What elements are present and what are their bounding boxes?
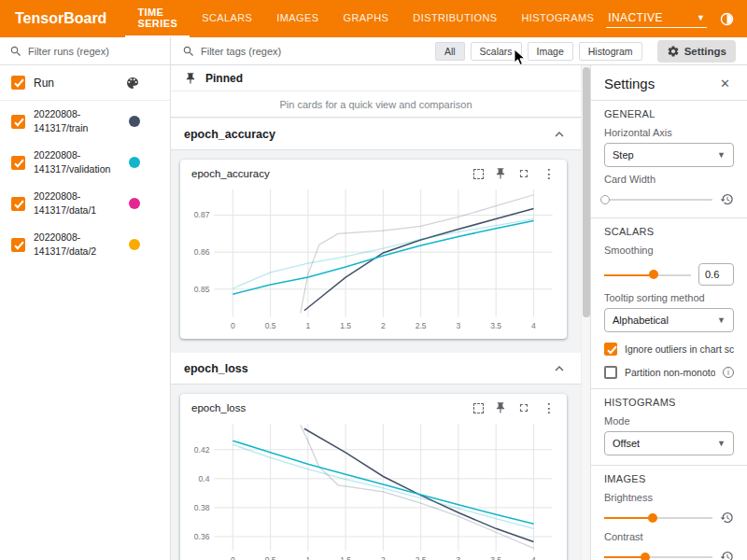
run-name: 20220808-141317/validation xyxy=(34,148,120,175)
select-value: Step xyxy=(613,149,634,161)
svg-text:1: 1 xyxy=(305,321,310,330)
svg-text:2.5: 2.5 xyxy=(416,321,427,330)
contrast-slider[interactable] xyxy=(604,551,712,560)
smoothing-value-input[interactable]: 0.6 xyxy=(698,263,734,286)
more-options-icon[interactable]: ⋮ xyxy=(541,167,557,180)
run-row-train[interactable]: 20220808-141317/train xyxy=(0,101,170,142)
svg-text:0.38: 0.38 xyxy=(194,503,210,512)
section-heading: IMAGES xyxy=(604,473,734,484)
card-width-slider[interactable] xyxy=(604,193,712,205)
svg-text:4: 4 xyxy=(531,321,536,330)
tab-histograms[interactable]: HISTOGRAMS xyxy=(510,0,607,37)
info-icon[interactable]: i xyxy=(723,367,734,378)
card-width-label: Card Width xyxy=(604,174,734,185)
main-scrollbar[interactable] xyxy=(581,65,590,560)
reset-icon[interactable] xyxy=(720,192,734,206)
ignore-outliers-checkbox[interactable] xyxy=(604,343,617,356)
reload-status-dropdown[interactable]: INACTIVE ▼ xyxy=(606,9,707,28)
tags-filter-input[interactable] xyxy=(201,46,430,57)
card-width-row xyxy=(604,192,734,206)
partition-x-axis-checkbox[interactable] xyxy=(604,366,617,379)
settings-button[interactable]: Settings xyxy=(657,40,736,63)
svg-text:0: 0 xyxy=(231,321,235,330)
tab-graphs[interactable]: GRAPHS xyxy=(331,0,401,37)
svg-text:0.86: 0.86 xyxy=(194,247,210,257)
svg-text:0.36: 0.36 xyxy=(194,532,210,541)
svg-text:1: 1 xyxy=(305,555,310,560)
reset-icon[interactable] xyxy=(720,511,734,525)
fit-domain-icon[interactable] xyxy=(473,403,484,413)
pinned-empty-text: Pin cards for a quick view and compariso… xyxy=(279,99,472,110)
pinned-title: Pinned xyxy=(205,72,243,85)
more-options-icon[interactable]: ⋮ xyxy=(541,401,557,414)
close-icon[interactable]: ✕ xyxy=(716,75,734,92)
chevron-down-icon: ▼ xyxy=(697,13,705,22)
section-header-epoch-accuracy[interactable]: epoch_accuracy xyxy=(171,119,581,150)
svg-text:4: 4 xyxy=(531,555,536,560)
chevron-up-icon[interactable] xyxy=(551,126,568,143)
histogram-mode-select[interactable]: Offset ▼ xyxy=(604,431,734,455)
pin-icon xyxy=(184,72,197,85)
run-row-data-1[interactable]: 20220808-141317/data/1 xyxy=(0,183,170,224)
run-color-dot[interactable] xyxy=(129,116,140,127)
pin-icon[interactable] xyxy=(494,401,507,414)
epoch-loss-chart[interactable]: 00.511.522.533.540.360.380.40.42 xyxy=(180,416,567,560)
fullscreen-icon[interactable] xyxy=(517,401,530,414)
settings-button-label: Settings xyxy=(684,46,726,57)
histogram-mode-label: Mode xyxy=(604,415,734,427)
svg-text:3.5: 3.5 xyxy=(490,555,501,560)
run-color-dot[interactable] xyxy=(129,157,140,168)
runs-filter-input[interactable] xyxy=(28,46,161,57)
svg-text:2: 2 xyxy=(381,321,386,330)
run-checkbox[interactable] xyxy=(11,238,25,252)
run-checkbox[interactable] xyxy=(11,115,25,129)
filter-chip-all[interactable]: All xyxy=(435,42,465,61)
run-checkbox[interactable] xyxy=(11,156,25,170)
content-row: Run 20220808-141317/train 20220808-14131… xyxy=(0,37,747,560)
smoothing-slider[interactable] xyxy=(604,269,691,281)
pin-icon[interactable] xyxy=(494,167,507,180)
svg-text:2.5: 2.5 xyxy=(416,555,427,560)
scrollbar-thumb[interactable] xyxy=(583,67,590,317)
chevron-down-icon: ▼ xyxy=(717,315,726,325)
slider-thumb[interactable] xyxy=(649,270,658,279)
tooltip-sort-select[interactable]: Alphabetical ▼ xyxy=(604,308,734,332)
pinned-section-header: Pinned xyxy=(171,65,581,91)
slider-thumb[interactable] xyxy=(641,553,650,560)
epoch-accuracy-chart[interactable]: 00.511.522.533.540.850.860.87 xyxy=(180,182,567,339)
select-all-runs-checkbox[interactable] xyxy=(11,76,25,90)
tab-time-series[interactable]: TIME SERIES xyxy=(125,0,190,37)
select-value: Offset xyxy=(613,438,640,449)
theme-toggle-icon[interactable] xyxy=(719,11,735,27)
horizontal-axis-label: Horizontal Axis xyxy=(604,127,734,138)
runs-table-header: Run xyxy=(0,65,170,101)
run-checkbox[interactable] xyxy=(11,197,25,211)
tab-images[interactable]: IMAGES xyxy=(264,0,331,37)
slider-thumb[interactable] xyxy=(600,195,610,204)
filter-chip-image[interactable]: Image xyxy=(528,42,573,61)
tab-distributions[interactable]: DISTRIBUTIONS xyxy=(401,0,509,37)
fit-domain-icon[interactable] xyxy=(473,169,484,179)
run-row-data-2[interactable]: 20220808-141317/data/2 xyxy=(0,224,170,265)
brightness-slider[interactable] xyxy=(604,511,712,524)
filter-chip-scalars[interactable]: Scalars xyxy=(471,42,522,61)
partition-x-axis-row[interactable]: Partition non-monotonic X axis i xyxy=(604,366,734,379)
tab-scalars[interactable]: SCALARS xyxy=(190,0,264,37)
tensorboard-app: TensorBoard TIME SERIES SCALARS IMAGES G… xyxy=(0,0,747,560)
chevron-up-icon[interactable] xyxy=(551,360,568,377)
slider-thumb[interactable] xyxy=(648,513,657,523)
run-row-validation[interactable]: 20220808-141317/validation xyxy=(0,142,170,183)
horizontal-axis-select[interactable]: Step ▼ xyxy=(604,143,734,167)
fullscreen-icon[interactable] xyxy=(517,167,530,180)
card-actions: ⋮ xyxy=(473,167,557,180)
section-header-epoch-loss[interactable]: epoch_loss xyxy=(171,353,581,385)
palette-icon[interactable] xyxy=(125,76,140,91)
run-color-dot[interactable] xyxy=(129,198,140,209)
filter-chip-histogram[interactable]: Histogram xyxy=(579,42,642,61)
run-color-dot[interactable] xyxy=(129,239,140,250)
reset-icon[interactable] xyxy=(720,550,734,560)
section-heading: GENERAL xyxy=(604,108,734,119)
settings-section-general: GENERAL Horizontal Axis Step ▼ Card Widt… xyxy=(591,101,747,217)
contrast-row xyxy=(604,550,734,560)
ignore-outliers-row[interactable]: Ignore outliers in chart scaling xyxy=(604,343,734,356)
